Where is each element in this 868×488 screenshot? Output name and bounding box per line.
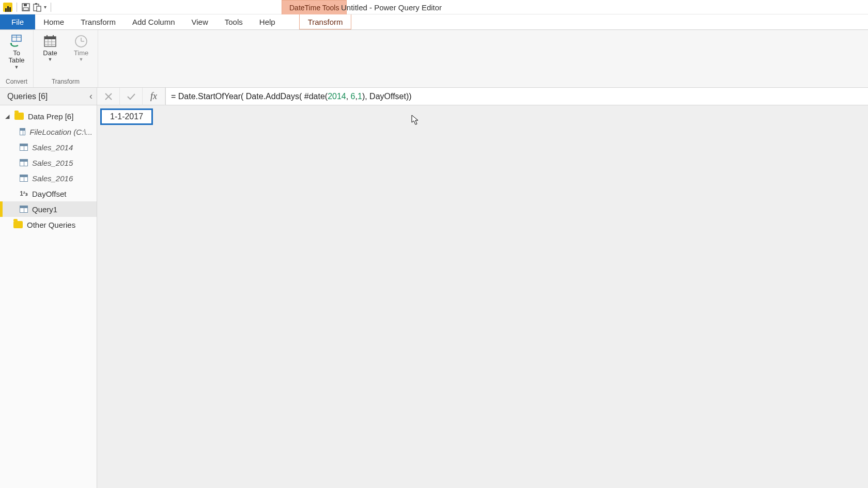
time-button[interactable]: Time ▼ (70, 34, 92, 62)
group-label: Data Prep [6] (28, 112, 73, 121)
ribbon-group-label-transform: Transform (52, 78, 80, 86)
save-icon[interactable] (21, 3, 30, 12)
query-item-sales-2014[interactable]: Sales_2014 (0, 139, 97, 155)
tab-datetime-transform[interactable]: Transform (299, 14, 352, 29)
query-label: Sales_2015 (32, 159, 73, 167)
paste-icon[interactable] (33, 3, 42, 12)
queries-pane-header[interactable]: Queries [6] ‹ (0, 88, 97, 105)
svg-rect-1 (24, 4, 27, 6)
quick-access-toolbar: ▾ (0, 0, 56, 14)
x-icon (104, 92, 113, 101)
query-item-sales-2015[interactable]: Sales_2015 (0, 155, 97, 170)
queries-header-label: Queries [6] (7, 92, 48, 101)
formula-row: Queries [6] ‹ fx = Date.StartOfYear( Dat… (0, 88, 868, 105)
query-item-filelocation[interactable]: FileLocation (C:\... (0, 124, 97, 139)
table-icon (20, 175, 28, 182)
query-item-sales-2016[interactable]: Sales_2016 (0, 170, 97, 186)
contextual-tools-label: DateTime Tools (282, 0, 347, 14)
svg-rect-4 (35, 3, 37, 5)
main-area: ◢ Data Prep [6] FileLocation (C:\... Sal… (0, 105, 868, 488)
formula-text: ), DayOffset)) (362, 92, 412, 101)
tab-view[interactable]: View (183, 14, 216, 29)
time-label: Time (74, 50, 88, 57)
ribbon-group-convert: To Table ▼ Convert (0, 30, 34, 87)
query-label: FileLocation (C:\... (29, 128, 92, 136)
contextual-tools-label-wrap: DateTime Tools (282, 0, 347, 14)
check-icon (127, 92, 136, 101)
dropdown-icon: ▼ (48, 57, 53, 62)
result-pane: 1-1-2017 (97, 105, 868, 488)
qat-customize-icon[interactable]: ▾ (44, 4, 47, 10)
query-group-other[interactable]: Other Queries (0, 217, 97, 232)
clock-icon (73, 34, 89, 49)
caret-icon: ◢ (5, 113, 10, 120)
to-table-icon (9, 34, 24, 49)
svg-rect-2 (23, 8, 28, 10)
number-icon: 1²₃ (20, 190, 28, 197)
to-table-label: To Table (8, 50, 24, 65)
folder-icon (13, 221, 23, 228)
dropdown-icon: ▼ (79, 57, 84, 62)
query-label: Sales_2014 (32, 143, 73, 152)
tab-help[interactable]: Help (251, 14, 284, 29)
ribbon-group-label-convert: Convert (6, 78, 27, 86)
ribbon-group-transform: Date ▼ Time ▼ Transform (34, 30, 98, 87)
date-label: Date (43, 50, 57, 57)
svg-rect-10 (44, 37, 56, 39)
query-label: Sales_2016 (32, 174, 73, 183)
dropdown-icon: ▼ (14, 65, 19, 70)
queries-pane: ◢ Data Prep [6] FileLocation (C:\... Sal… (0, 105, 97, 488)
queries-tree: ◢ Data Prep [6] FileLocation (C:\... Sal… (0, 105, 97, 232)
to-table-button[interactable]: To Table ▼ (5, 34, 28, 70)
formula-number: 6 (351, 92, 355, 101)
tab-file[interactable]: File (0, 14, 35, 29)
formula-bar-buttons: fx (97, 88, 166, 105)
table-icon (20, 144, 28, 151)
window-title: Untitled - Power Query Editor (341, 0, 442, 14)
table-icon (20, 159, 28, 166)
cursor-icon (411, 115, 419, 125)
tab-tools[interactable]: Tools (216, 14, 251, 29)
folder-icon (14, 113, 24, 120)
formula-number: 2014 (328, 92, 346, 101)
cancel-formula-button[interactable] (97, 88, 120, 105)
formula-bar-input[interactable]: = Date.StartOfYear( Date.AddDays( #date(… (166, 88, 868, 105)
formula-text: = Date.StartOfYear( Date.AddDays( #date( (171, 92, 328, 101)
fx-button[interactable]: fx (143, 88, 165, 105)
date-button[interactable]: Date ▼ (39, 34, 61, 62)
query-label: Query1 (32, 205, 57, 214)
app-icon (3, 3, 12, 12)
menu-strip: File Home Transform Add Column View Tool… (0, 14, 868, 30)
qat-separator (17, 3, 17, 12)
svg-rect-5 (37, 6, 41, 11)
query-group-data-prep[interactable]: ◢ Data Prep [6] (0, 108, 97, 124)
table-icon (20, 128, 25, 135)
ribbon: To Table ▼ Convert Date ▼ Time ▼ Transfo… (0, 30, 868, 88)
query-item-dayoffset[interactable]: 1²₃ DayOffset (0, 186, 97, 201)
title-bar: ▾ DateTime Tools Untitled - Power Query … (0, 0, 868, 14)
formula-number: 1 (358, 92, 362, 101)
collapse-pane-icon[interactable]: ‹ (89, 91, 92, 102)
tab-add-column[interactable]: Add Column (124, 14, 183, 29)
table-icon (20, 206, 28, 213)
query-label: DayOffset (32, 190, 66, 198)
qat-separator-2 (51, 3, 51, 12)
query-item-query1[interactable]: Query1 (0, 201, 97, 217)
calendar-icon (42, 34, 58, 49)
result-value-cell[interactable]: 1-1-2017 (100, 108, 153, 125)
commit-formula-button[interactable] (120, 88, 143, 105)
tab-transform[interactable]: Transform (72, 14, 124, 29)
group-label: Other Queries (27, 221, 75, 229)
tab-home[interactable]: Home (35, 14, 72, 29)
